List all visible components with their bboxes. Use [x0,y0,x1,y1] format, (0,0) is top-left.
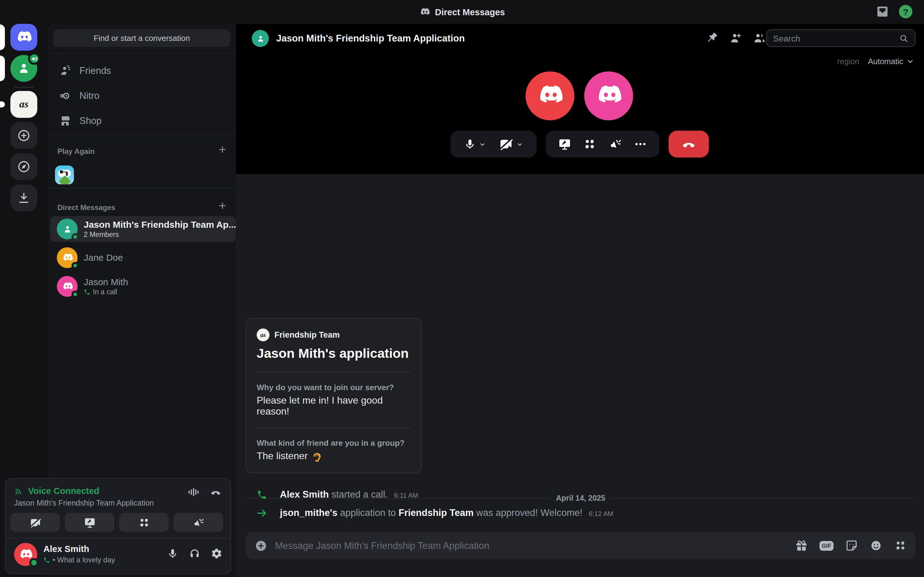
group-avatar [252,30,269,47]
screenshare-button[interactable] [65,513,114,532]
sticker-icon[interactable] [845,539,858,552]
window-title-text: Direct Messages [435,7,505,17]
ear-emoji-icon [311,451,322,461]
gif-picker-icon[interactable]: GIF [819,541,834,550]
server-icon-as[interactable]: as [10,91,37,118]
add-friend-to-dm-icon[interactable] [729,31,743,45]
dm-member-count: 2 Members [84,230,236,239]
embed-app-name: Friendship Team [275,330,340,340]
voice-connected-status[interactable]: Voice Connected [14,486,99,496]
user-avatar [57,276,78,297]
pin-icon[interactable] [706,31,719,45]
activities-icon[interactable] [894,539,907,552]
discord-app: Direct Messages ? as [0,0,924,577]
camera-off-button[interactable] [499,137,523,152]
call-participant-avatar-pink[interactable] [584,71,633,120]
home-button[interactable] [10,24,37,51]
region-label: region [837,57,859,66]
dm-name: Jane Doe [84,252,123,263]
discord-logo-icon [419,8,430,16]
system-message-application-approved: json_mithe's application to Friendship T… [236,505,924,521]
message-text: was approved! Welcome! [477,508,583,518]
current-user-name: Alex Smith [44,544,89,554]
sidebar-divider [48,53,236,54]
mic-button[interactable] [464,138,486,150]
online-status-dot [71,233,79,240]
dm-section-header: Direct Messages [57,203,115,212]
disconnect-icon[interactable] [210,486,222,498]
server-logo-label: as [19,98,28,111]
search-icon [899,33,909,43]
play-again-add-icon[interactable] [218,145,227,155]
find-conversation-button[interactable]: Find or start a conversation [53,29,230,47]
activities-icon[interactable] [583,137,596,151]
user-avatar [57,247,78,268]
bot-avatar: as [257,329,270,341]
settings-gear-icon[interactable] [211,548,223,559]
sidebar-item-nitro[interactable]: Nitro [53,85,231,106]
create-dm-icon[interactable] [218,201,227,211]
dm-item-jason-mith[interactable]: Jason Mith In a call [50,274,236,299]
embed-question: What kind of friend are you in a group? [257,438,411,448]
emoji-icon[interactable] [870,539,882,552]
person-icon [16,61,31,76]
application-embed: as Friendship Team Jason Mith's applicat… [246,318,422,473]
explore-servers-button[interactable] [10,153,37,180]
call-area: Jason Mith's Friendship Team Application [236,24,924,174]
chevron-down-icon[interactable] [479,141,486,147]
panel-divider [5,538,230,538]
headphones-toggle-icon[interactable] [189,548,200,559]
embed-answer: The listener [257,451,411,462]
current-user-status: • What a lovely day [44,556,115,564]
help-icon[interactable]: ? [899,5,913,18]
sidebar-item-label: Nitro [79,90,99,102]
activities-button[interactable] [119,513,169,532]
dm-item-group[interactable]: Jason Mith's Friendship Team Ap... 2 Mem… [50,216,236,242]
sidebar-item-friends[interactable]: Friends [53,60,231,81]
message-author: Alex Smith [280,489,329,500]
sidebar-divider [48,134,236,135]
region-dropdown[interactable]: Automatic [868,57,914,66]
nitro-icon [59,90,71,102]
mic-camera-controls [451,131,536,158]
members-icon[interactable] [753,31,766,45]
gift-icon[interactable] [795,539,808,552]
embed-title: Jason Mith's application [257,346,411,361]
message-input[interactable] [275,540,789,551]
chevron-down-icon [906,57,914,65]
message-team-name: Friendship Team [399,508,473,518]
add-server-button[interactable] [10,122,37,149]
speaker-badge-icon [28,53,40,65]
camera-toggle-button[interactable] [10,513,60,532]
chevron-down-icon[interactable] [517,141,523,147]
game-icon[interactable] [55,166,74,184]
call-start-phone-icon [247,489,276,500]
download-apps-button[interactable] [10,184,37,211]
screenshare-button[interactable] [557,137,571,151]
attach-plus-icon[interactable] [254,539,268,552]
dm-call-selected-pill [0,56,5,81]
sidebar-item-shop[interactable]: Shop [53,111,231,131]
hangup-button[interactable] [669,131,709,158]
active-dm-call-button[interactable] [10,55,37,82]
message-input-bar: GIF [246,532,916,559]
dm-name: Jason Mith's Friendship Team Ap... [84,219,236,230]
message-text: application to [340,508,396,518]
soundboard-icon[interactable] [609,137,622,151]
dm-item-jane-doe[interactable]: Jane Doe [50,245,236,271]
voice-quality-bars-icon[interactable] [187,486,199,498]
system-message-call-started: Alex Smith started a call. 6:11 AM [236,487,924,503]
cow-head-shape [60,170,63,173]
user-avatar[interactable] [14,543,37,566]
search-input[interactable] [773,33,899,43]
sidebar-item-label: Friends [79,65,111,76]
mic-toggle-icon[interactable] [167,548,178,559]
embed-divider [257,427,411,428]
search-box[interactable] [766,29,916,47]
soundboard-button[interactable] [174,513,223,532]
dm-call-status: In a call [84,288,128,296]
message-author: json_mithe's [280,508,337,518]
inbox-icon[interactable] [876,5,889,18]
call-participant-avatar-red[interactable] [525,71,574,120]
more-options-icon[interactable] [634,137,648,151]
